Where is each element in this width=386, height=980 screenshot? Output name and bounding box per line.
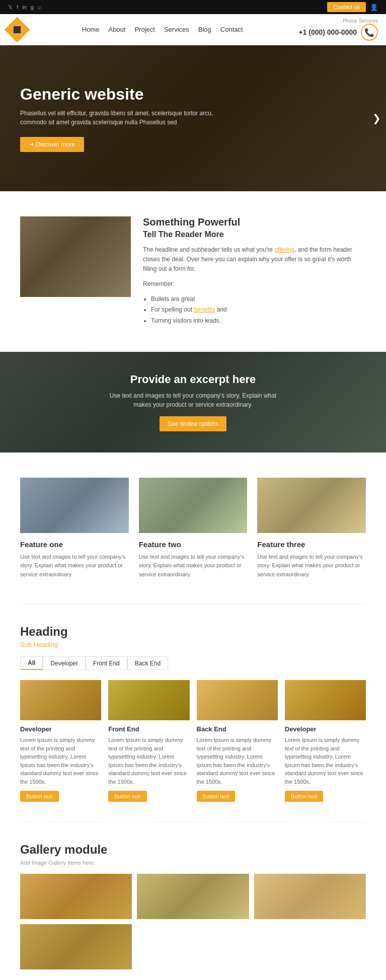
bullet-2: For spelling out benefits and	[151, 305, 366, 316]
portfolio-desc-4: Lorem Ipsum is simply dummy text of the …	[285, 736, 366, 786]
google-icon[interactable]: g	[31, 4, 34, 10]
portfolio-desc-1: Lorem Ipsum is simply dummy text of the …	[20, 736, 101, 786]
nav-services[interactable]: Services	[164, 26, 189, 33]
portfolio-tabs: All Developer Front End Back End	[20, 656, 366, 670]
feature-title-1: Feature one	[20, 540, 129, 549]
powerful-heading2: Tell The Reader More	[143, 230, 366, 239]
feature-img-3	[257, 478, 366, 533]
phone-icon-circle[interactable]: 📞	[361, 24, 378, 41]
nav-contact[interactable]: Contact	[220, 26, 243, 33]
hero: Generic website Phasellus vel elit effic…	[0, 45, 386, 191]
portfolio-subheading: Sub Heading	[20, 641, 366, 648]
logo-inner	[10, 22, 24, 36]
portfolio-title-2: Front End	[108, 725, 189, 733]
main-nav: Home About Project Services Blog Contact	[82, 26, 243, 33]
powerful-section: Something Powerful Tell The Reader More …	[0, 191, 386, 352]
excerpt-subtitle: Use text and images to tell your company…	[105, 391, 281, 409]
portfolio-btn-3[interactable]: Button text	[197, 791, 236, 802]
facebook-icon[interactable]: f	[17, 4, 18, 10]
tab-all[interactable]: All	[20, 656, 43, 670]
feature-img-2	[139, 478, 248, 533]
tab-frontend[interactable]: Front End	[86, 656, 127, 670]
portfolio-grid: Developer Lorem Ipsum is simply dummy te…	[20, 680, 366, 802]
phone-number: +1 (000) 000-0000	[298, 28, 357, 36]
header-phone: Phone Services +1 (000) 000-0000 📞	[298, 18, 378, 41]
portfolio-item-4: Developer Lorem Ipsum is simply dummy te…	[285, 680, 366, 802]
portfolio-btn-2[interactable]: Button text	[108, 791, 147, 802]
hero-content: Generic website Phasellus vel elit effic…	[0, 70, 242, 167]
gallery-img-1[interactable]	[20, 874, 132, 919]
portfolio-title-4: Developer	[285, 725, 366, 733]
portfolio-img-inner-1	[20, 680, 101, 720]
excerpt-banner: Provide an excerpt here Use text and ima…	[0, 352, 386, 453]
user-icon: 👤	[370, 4, 378, 11]
excerpt-content: Provide an excerpt here Use text and ima…	[105, 373, 281, 431]
gallery-img-4[interactable]	[20, 924, 132, 969]
powerful-image	[20, 216, 131, 297]
nav-home[interactable]: Home	[82, 26, 100, 33]
feature-desc-3: Use text and images to tell your company…	[257, 553, 366, 579]
tab-developer[interactable]: Developer	[43, 656, 86, 670]
logo-diamond	[5, 17, 30, 42]
portfolio-img-3	[197, 680, 278, 720]
header: Home About Project Services Blog Contact…	[0, 14, 386, 45]
portfolio-img-4	[285, 680, 366, 720]
portfolio-title-3: Back End	[197, 725, 278, 733]
portfolio-item-1: Developer Lorem Ipsum is simply dummy te…	[20, 680, 101, 802]
portfolio-img-inner-4	[285, 680, 366, 720]
portfolio-btn-1[interactable]: Button text	[20, 791, 59, 802]
hero-subtitle: Phasellus vel elit efficitur, gravida li…	[20, 109, 221, 127]
portfolio-btn-4[interactable]: Button text	[285, 791, 324, 802]
phone-icon-wrap: +1 (000) 000-0000 📞	[298, 24, 378, 41]
top-bar: 𝕏 f in g ⌕ Contact us 👤	[0, 0, 386, 14]
contact-us-button[interactable]: Contact us	[327, 2, 366, 12]
gallery-img-2[interactable]	[137, 874, 249, 919]
portfolio-img-2	[108, 680, 189, 720]
gallery-heading: Gallery module	[20, 843, 366, 857]
portfolio-img-inner-2	[108, 680, 189, 720]
powerful-text: Something Powerful Tell The Reader More …	[143, 216, 366, 327]
portfolio-heading: Heading	[20, 625, 366, 639]
features-grid: Feature one Use text and images to tell …	[20, 478, 366, 579]
gallery-grid	[20, 874, 366, 919]
feature-desc-2: Use text and images to tell your company…	[139, 553, 248, 579]
powerful-bullets: Bullets are great For spelling out benef…	[151, 294, 366, 327]
feature-item-1: Feature one Use text and images to tell …	[20, 478, 129, 579]
portfolio-desc-3: Lorem Ipsum is simply dummy text of the …	[197, 736, 278, 786]
gallery-section: Gallery module Add Image Gallery Items h…	[0, 822, 386, 980]
portfolio-item-3: Back End Lorem Ipsum is simply dummy tex…	[197, 680, 278, 802]
powerful-img-inner	[20, 216, 131, 297]
portfolio-desc-2: Lorem Ipsum is simply dummy text of the …	[108, 736, 189, 786]
nav-about[interactable]: About	[108, 26, 125, 33]
hero-arrow-right[interactable]: ❯	[372, 112, 381, 124]
discover-more-button[interactable]: ➔ Discover more	[20, 137, 84, 152]
linkedin-icon[interactable]: in	[22, 4, 27, 10]
hero-title: Generic website	[20, 85, 221, 104]
portfolio-item-2: Front End Lorem Ipsum is simply dummy te…	[108, 680, 189, 802]
gallery-row2	[20, 924, 366, 969]
gallery-img-3[interactable]	[254, 874, 366, 919]
nav-project[interactable]: Project	[134, 26, 155, 33]
feature-title-2: Feature two	[139, 540, 248, 549]
bullet-1: Bullets are great	[151, 294, 366, 305]
nav-blog[interactable]: Blog	[198, 26, 211, 33]
portfolio-img-1	[20, 680, 101, 720]
search-icon[interactable]: ⌕	[38, 4, 41, 10]
features-section: Feature one Use text and images to tell …	[0, 453, 386, 605]
portfolio-img-inner-3	[197, 680, 278, 720]
feature-img-inner-2	[139, 478, 248, 533]
feature-desc-1: Use text and images to tell your company…	[20, 553, 129, 579]
gallery-subtext: Add Image Gallery Items here.	[20, 860, 366, 866]
feature-img-inner-1	[20, 478, 129, 533]
powerful-body: The headline and subheader tells us what…	[143, 245, 366, 274]
feature-item-3: Feature three Use text and images to tel…	[257, 478, 366, 579]
phone-label: Phone Services	[298, 18, 378, 24]
feature-img-inner-3	[257, 478, 366, 533]
tab-backend[interactable]: Back End	[127, 656, 168, 670]
twitter-icon[interactable]: 𝕏	[8, 4, 13, 11]
excerpt-button[interactable]: See review options	[160, 416, 226, 431]
feature-img-1	[20, 478, 129, 533]
portfolio-section: Heading Sub Heading All Developer Front …	[0, 605, 386, 822]
powerful-heading1: Something Powerful	[143, 216, 366, 228]
feature-item-2: Feature two Use text and images to tell …	[139, 478, 248, 579]
